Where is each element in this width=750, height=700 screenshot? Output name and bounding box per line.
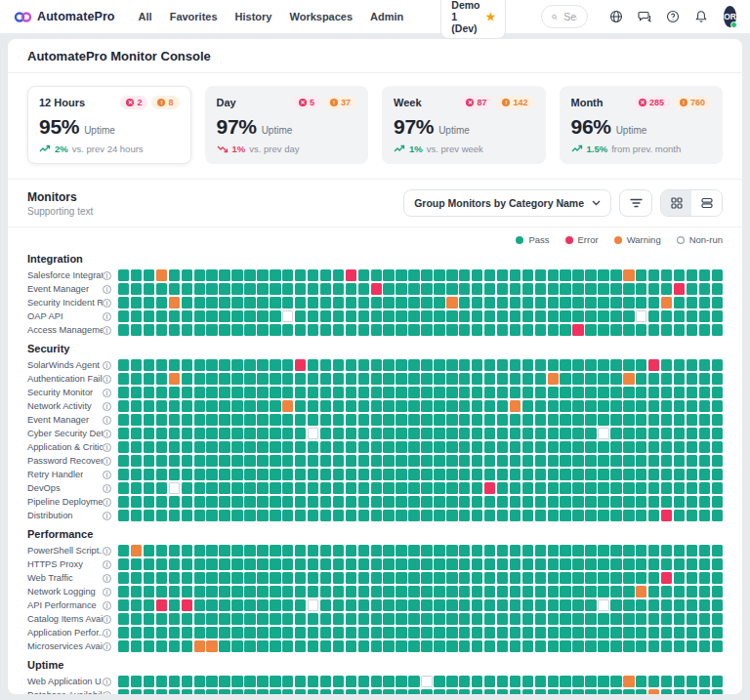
heatmap-cell-pass[interactable] bbox=[434, 359, 444, 371]
heatmap-cell-pass[interactable] bbox=[522, 297, 533, 309]
heatmap-cell-pass[interactable] bbox=[535, 359, 546, 371]
heatmap-cell-pass[interactable] bbox=[270, 414, 280, 426]
heatmap-cell-pass[interactable] bbox=[484, 689, 495, 694]
heatmap-cell-pass[interactable] bbox=[497, 324, 508, 336]
heatmap-cell-pass[interactable] bbox=[295, 387, 306, 398]
heatmap-cell-pass[interactable] bbox=[434, 558, 444, 570]
heatmap-cell-pass[interactable] bbox=[131, 586, 142, 597]
heatmap-cell-pass[interactable] bbox=[131, 676, 142, 687]
heatmap-cell-pass[interactable] bbox=[522, 283, 533, 295]
heatmap-cell-pass[interactable] bbox=[144, 676, 154, 687]
heatmap-cell-pass[interactable] bbox=[358, 572, 369, 584]
heatmap-cell-pass[interactable] bbox=[712, 469, 723, 480]
heatmap-cell-pass[interactable] bbox=[219, 496, 229, 508]
heatmap-cell-pass[interactable] bbox=[383, 627, 394, 638]
heatmap-cell-pass[interactable] bbox=[257, 310, 268, 322]
heatmap-cell-pass[interactable] bbox=[156, 627, 167, 638]
heatmap-cell-pass[interactable] bbox=[371, 310, 382, 322]
heatmap-cell-pass[interactable] bbox=[522, 689, 533, 694]
heatmap-cell-pass[interactable] bbox=[231, 400, 242, 412]
heatmap-cell-pass[interactable] bbox=[636, 359, 646, 371]
heatmap-cell-pass[interactable] bbox=[648, 627, 659, 638]
heatmap-cell-pass[interactable] bbox=[118, 373, 129, 385]
heatmap-cell-pass[interactable] bbox=[244, 599, 255, 611]
grid-view-button[interactable] bbox=[661, 190, 691, 216]
heatmap-cell-pass[interactable] bbox=[346, 324, 356, 336]
heatmap-cell-pass[interactable] bbox=[282, 359, 293, 371]
heatmap-cell-pass[interactable] bbox=[459, 510, 470, 521]
heatmap-cell-pass[interactable] bbox=[585, 455, 596, 467]
heatmap-cell-pass[interactable] bbox=[408, 599, 419, 611]
heatmap-cell-pass[interactable] bbox=[598, 324, 608, 336]
heatmap-cell-pass[interactable] bbox=[118, 558, 129, 570]
heatmap-cell-pass[interactable] bbox=[118, 689, 129, 694]
heatmap-cell-pass[interactable] bbox=[156, 510, 167, 521]
heatmap-cell-pass[interactable] bbox=[383, 324, 394, 336]
heatmap-cell-pass[interactable] bbox=[270, 510, 280, 521]
heatmap-cell-pass[interactable] bbox=[497, 297, 508, 309]
heatmap-cell-pass[interactable] bbox=[408, 510, 419, 521]
heatmap-cell-pass[interactable] bbox=[572, 283, 583, 295]
group-by-dropdown[interactable]: Group Monitors by Category Name bbox=[403, 189, 611, 217]
heatmap-cell-pass[interactable] bbox=[434, 640, 444, 652]
heatmap-cell-pass[interactable] bbox=[194, 496, 205, 508]
heatmap-cell-pass[interactable] bbox=[687, 414, 697, 426]
heatmap-cell-pass[interactable] bbox=[333, 482, 344, 494]
heatmap-cell-pass[interactable] bbox=[687, 558, 697, 570]
heatmap-cell-pass[interactable] bbox=[282, 496, 293, 508]
heatmap-cell-pass[interactable] bbox=[522, 599, 533, 611]
heatmap-cell-pass[interactable] bbox=[206, 297, 217, 309]
heatmap-cell-pass[interactable] bbox=[396, 373, 406, 385]
heatmap-cell-pass[interactable] bbox=[661, 469, 672, 480]
heatmap-cell-pass[interactable] bbox=[585, 586, 596, 597]
heatmap-cell-pass[interactable] bbox=[206, 359, 217, 371]
heatmap-cell-pass[interactable] bbox=[472, 400, 482, 412]
heatmap-cell-pass[interactable] bbox=[522, 373, 533, 385]
heatmap-cell-pass[interactable] bbox=[169, 676, 180, 687]
heatmap-cell-pass[interactable] bbox=[434, 373, 444, 385]
heatmap-cell-pass[interactable] bbox=[383, 387, 394, 398]
heatmap-cell-pass[interactable] bbox=[219, 455, 229, 467]
heatmap-cell-pass[interactable] bbox=[548, 558, 559, 570]
heatmap-cell-pass[interactable] bbox=[472, 640, 482, 652]
heatmap-cell-pass[interactable] bbox=[144, 373, 154, 385]
heatmap-cell-pass[interactable] bbox=[497, 510, 508, 521]
heatmap-cell-pass[interactable] bbox=[472, 572, 482, 584]
heatmap-cell-pass[interactable] bbox=[522, 469, 533, 480]
heatmap-cell-pass[interactable] bbox=[510, 640, 521, 652]
heatmap-cell-pass[interactable] bbox=[459, 359, 470, 371]
heatmap-cell-pass[interactable] bbox=[598, 572, 608, 584]
heatmap-cell-pass[interactable] bbox=[219, 558, 229, 570]
heatmap-cell-pass[interactable] bbox=[522, 510, 533, 521]
heatmap-cell-pass[interactable] bbox=[346, 310, 356, 322]
heatmap-cell-pass[interactable] bbox=[219, 613, 229, 625]
heatmap-cell-pass[interactable] bbox=[131, 400, 142, 412]
nav-item-all[interactable]: All bbox=[139, 11, 152, 22]
heatmap-cell-pass[interactable] bbox=[497, 455, 508, 467]
heatmap-cell-pass[interactable] bbox=[244, 627, 255, 638]
heatmap-cell-pass[interactable] bbox=[446, 613, 457, 625]
heatmap-cell-pass[interactable] bbox=[585, 496, 596, 508]
heatmap-cell-pass[interactable] bbox=[535, 613, 546, 625]
heatmap-cell-pass[interactable] bbox=[257, 627, 268, 638]
info-icon[interactable] bbox=[103, 601, 111, 610]
heatmap-cell-pass[interactable] bbox=[371, 400, 382, 412]
heatmap-cell-pass[interactable] bbox=[194, 689, 205, 694]
heatmap-cell-pass[interactable] bbox=[610, 428, 621, 439]
heatmap-cell-pass[interactable] bbox=[257, 599, 268, 611]
heatmap-cell-pass[interactable] bbox=[383, 586, 394, 597]
heatmap-cell-pass[interactable] bbox=[585, 510, 596, 521]
heatmap-cell-pass[interactable] bbox=[484, 310, 495, 322]
heatmap-cell-pass[interactable] bbox=[535, 510, 546, 521]
heatmap-cell-nonrun[interactable] bbox=[636, 310, 646, 322]
heatmap-cell-pass[interactable] bbox=[144, 441, 154, 453]
heatmap-cell-pass[interactable] bbox=[144, 469, 154, 480]
heatmap-cell-pass[interactable] bbox=[510, 599, 521, 611]
heatmap-cell-pass[interactable] bbox=[623, 359, 634, 371]
heatmap-cell-pass[interactable] bbox=[169, 400, 180, 412]
heatmap-cell-pass[interactable] bbox=[219, 676, 229, 687]
heatmap-cell-pass[interactable] bbox=[510, 545, 521, 556]
heatmap-cell-pass[interactable] bbox=[358, 496, 369, 508]
heatmap-cell-pass[interactable] bbox=[118, 640, 129, 652]
heatmap-cell-pass[interactable] bbox=[346, 689, 356, 694]
